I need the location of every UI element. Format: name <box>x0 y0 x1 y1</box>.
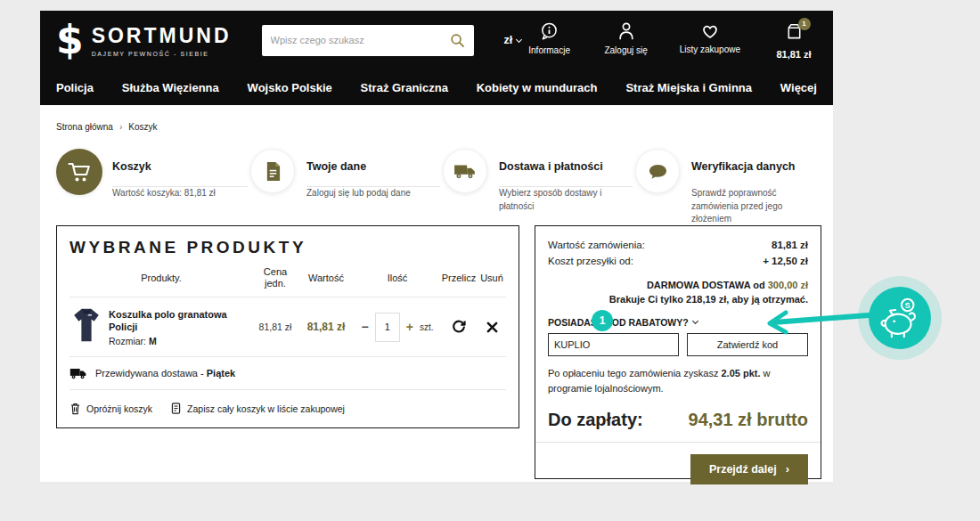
delivery-text: Przewidywana dostawa - Piątek <box>95 368 235 379</box>
polo-shirt-image <box>69 305 103 345</box>
free-shipping-note: DARMOWA DOSTAWA od 300,00 zł Brakuje Ci … <box>548 278 808 307</box>
info-label: Informacje <box>528 45 570 55</box>
close-icon <box>486 322 498 333</box>
step-title: Twoje dane <box>306 147 439 173</box>
products-title: WYBRANE PRODUKTY <box>69 238 506 257</box>
quantity-decrease-button[interactable]: − <box>362 320 369 334</box>
empty-cart-button[interactable]: Opróżnij koszyk <box>69 402 152 415</box>
cart-count-badge: 1 <box>798 18 811 30</box>
truck-icon <box>69 366 87 380</box>
refresh-icon <box>452 320 466 334</box>
trash-icon <box>69 402 81 415</box>
products-table-header: Produkty. Cena jedn. Wartość Ilość Przel… <box>69 266 506 297</box>
chevron-right-icon: › <box>786 462 789 476</box>
nav-item-wojsko-polskie[interactable]: Wojsko Polskie <box>248 81 332 94</box>
chevron-down-icon <box>516 36 522 42</box>
info-icon <box>540 21 559 41</box>
col-unit-price: Cena jedn. <box>253 266 298 289</box>
delivery-estimate: Przewidywana dostawa - Piątek <box>69 357 506 390</box>
product-row: Koszulka polo granatowa Policji Rozmiar:… <box>69 297 506 357</box>
shipping-cost-row: Koszt przesyłki od: + 12,50 zł <box>548 254 808 270</box>
header-actions: Informacje Zaloguj się Listy zakupowe 1 <box>527 21 817 60</box>
breadcrumb-separator: › <box>119 122 122 132</box>
step-twoje-dane: Twoje dane Zaloguj się lub podaj dane <box>250 147 439 200</box>
shipping-value: + 12,50 zł <box>763 254 808 270</box>
col-value: Wartość <box>298 273 355 284</box>
truck-step-icon <box>443 149 487 193</box>
cart-total: 81,81 zł <box>776 49 811 60</box>
nav-item-sluzba-wiezienna[interactable]: Służba Więzienna <box>122 81 219 94</box>
step-connector <box>306 186 440 187</box>
step-subtitle: Wybierz sposób dostawy i płatności <box>499 173 632 213</box>
nav-item-straz-miejska[interactable]: Straż Miejska i Gminna <box>625 81 752 94</box>
coupon-code-input[interactable] <box>548 333 679 356</box>
shipping-label: Koszt przesyłki od: <box>548 254 633 270</box>
user-icon <box>617 21 635 41</box>
product-name[interactable]: Koszulka polo granatowa Policji <box>109 308 253 334</box>
nav-item-kobiety-w-mundurach[interactable]: Kobiety w mundurach <box>477 81 598 94</box>
piggy-bank-icon: S <box>869 287 931 349</box>
step-title: Weryfikacja danych <box>691 147 817 173</box>
document-step-icon <box>250 149 295 193</box>
step-subtitle: Sprawdź poprawność zamówienia przed jego… <box>691 173 816 226</box>
free-shipping-remaining: Brakuje Ci tylko 218,19 zł, aby ją otrzy… <box>548 292 808 307</box>
header-info-button[interactable]: Informacje <box>527 21 573 55</box>
step-dostawa: Dostawa i płatności Wybierz sposób dosta… <box>443 147 632 213</box>
cart-step-icon <box>56 149 102 195</box>
order-value-label: Wartość zamówienia: <box>548 238 645 254</box>
quantity-stepper: − + szt. <box>355 313 440 342</box>
step-koszyk: Koszyk Wartość koszyka: 81,81 zł <box>56 147 248 200</box>
summary-divider <box>535 442 821 443</box>
header-login-button[interactable]: Zaloguj się <box>603 21 649 55</box>
nav-item-wiecej[interactable]: Więcej <box>780 81 817 94</box>
search-icon[interactable] <box>450 33 465 48</box>
product-unit-price: 81,81 zł <box>253 322 298 332</box>
checkout-steps: Koszyk Wartość koszyka: 81,81 zł Twoje d… <box>56 147 817 216</box>
sortmund-logo[interactable]: $ SORTMUND DAJEMY PEWNOŚĆ - SIEBIE <box>56 22 232 58</box>
svg-text:S: S <box>905 301 911 310</box>
loyalty-note: Po opłaceniu tego zamówienia zyskasz 2.0… <box>548 366 808 397</box>
site-header: $ SORTMUND DAJEMY PEWNOŚĆ - SIEBIE zł <box>40 11 833 105</box>
empty-cart-label: Opróżnij koszyk <box>86 403 152 414</box>
page-card: $ SORTMUND DAJEMY PEWNOŚĆ - SIEBIE zł <box>40 11 833 482</box>
quantity-input[interactable] <box>375 313 400 342</box>
logo-tagline: DAJEMY PEWNOŚĆ - SIEBIE <box>92 51 232 57</box>
col-remove: Usuń <box>478 273 506 284</box>
proceed-button[interactable]: Przejdź dalej › <box>690 454 808 484</box>
header-cart-button[interactable]: 1 81,81 zł <box>771 21 817 60</box>
header-top-row: $ SORTMUND DAJEMY PEWNOŚĆ - SIEBIE zł <box>40 11 833 69</box>
breadcrumb-current: Koszyk <box>128 122 157 132</box>
loyalty-points: 2.05 pkt. <box>721 368 760 379</box>
currency-label: zł <box>504 34 513 46</box>
breadcrumb: Strona główna › Koszyk <box>56 122 158 132</box>
step-weryfikacja: Weryfikacja danych Sprawdź poprawność za… <box>635 147 817 226</box>
dollar-logo-icon: $ <box>56 22 84 58</box>
confirm-code-button[interactable]: Zatwierdź kod <box>687 333 808 356</box>
order-value: 81,81 zł <box>772 238 808 254</box>
nav-item-policja[interactable]: Policja <box>56 81 94 94</box>
search-input[interactable] <box>271 35 450 45</box>
coupon-toggle[interactable]: POSIADASZ KOD RABATOWY? <box>548 317 808 328</box>
wishlist-label: Listy zakupowe <box>680 45 740 54</box>
breadcrumb-home[interactable]: Strona główna <box>56 122 113 132</box>
order-summary-panel: Wartość zamówienia: 81,81 zł Koszt przes… <box>535 225 821 479</box>
unit-label: szt. <box>420 322 434 332</box>
remove-item-button[interactable] <box>478 322 506 333</box>
header-wishlists-button[interactable]: Listy zakupowe <box>680 21 740 54</box>
nav-item-straz-graniczna[interactable]: Straż Graniczna <box>361 81 448 94</box>
currency-selector[interactable]: zł <box>504 34 522 46</box>
logo-text: SORTMUND DAJEMY PEWNOŚĆ - SIEBIE <box>92 24 232 57</box>
save-cart-button[interactable]: Zapisz cały koszyk w liście zakupowej <box>170 402 345 415</box>
total-row: Do zapłaty: 94,31 zł brutto <box>548 410 808 430</box>
recalculate-button[interactable] <box>440 320 478 334</box>
login-label: Zaloguj się <box>604 45 647 55</box>
note-icon <box>170 402 182 415</box>
step-connector <box>499 186 633 187</box>
product-thumbnail[interactable] <box>69 305 109 348</box>
col-recalc: Przelicz <box>440 273 478 284</box>
annotation-step-badge: 1 <box>592 310 613 331</box>
quantity-increase-button[interactable]: + <box>406 320 413 334</box>
total-label: Do zapłaty: <box>548 410 643 430</box>
save-cart-label: Zapisz cały koszyk w liście zakupowej <box>187 403 345 414</box>
coupon-row: Zatwierdź kod <box>548 333 808 356</box>
